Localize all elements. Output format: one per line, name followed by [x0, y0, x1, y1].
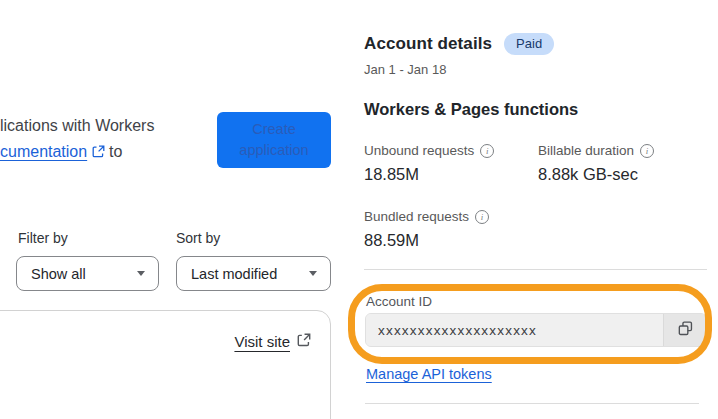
copy-button[interactable]	[663, 314, 706, 346]
divider	[364, 269, 707, 270]
filter-select-value: Show all	[31, 266, 86, 282]
intro-suffix: to	[109, 143, 122, 160]
account-details-header: Account details Paid	[364, 33, 554, 55]
account-id-field-group	[365, 313, 707, 347]
billable-duration-value: 8.88k GB-sec	[538, 165, 638, 184]
functions-section-title: Workers & Pages functions	[364, 100, 578, 119]
manage-api-tokens-link[interactable]: Manage API tokens	[366, 366, 492, 382]
divider	[365, 403, 699, 404]
unbound-requests-value: 18.85M	[364, 165, 419, 184]
external-link-icon	[92, 140, 105, 166]
intro-line-1: lications with Workers	[0, 113, 212, 139]
account-details-title: Account details	[364, 34, 492, 54]
stat-label-text: Bundled requests	[364, 209, 469, 224]
filter-select[interactable]: Show all	[16, 256, 159, 291]
stat-label-text: Unbound requests	[364, 143, 474, 158]
stat-label-text: Billable duration	[538, 143, 634, 158]
bundled-requests-label: Bundled requests i	[364, 209, 489, 224]
bundled-requests-value: 88.59M	[364, 231, 419, 250]
external-link-icon	[297, 333, 311, 350]
date-range: Jan 1 - Jan 18	[364, 62, 446, 77]
filter-by-label: Filter by	[18, 230, 68, 246]
chevron-down-icon	[137, 271, 145, 276]
unbound-requests-label: Unbound requests i	[364, 143, 494, 158]
sort-by-label: Sort by	[176, 230, 220, 246]
billable-duration-label: Billable duration i	[538, 143, 654, 158]
account-id-input[interactable]	[366, 314, 663, 346]
sort-select[interactable]: Last modified	[176, 256, 331, 291]
sort-select-value: Last modified	[191, 266, 277, 282]
info-icon[interactable]: i	[640, 144, 654, 158]
page: lications with Workers cumentation to Cr…	[0, 0, 718, 419]
intro-line-2: cumentation to	[0, 139, 212, 166]
visit-site-label: Visit site	[234, 333, 290, 350]
chevron-down-icon	[309, 271, 317, 276]
intro-text: lications with Workers cumentation to	[0, 113, 212, 166]
info-icon[interactable]: i	[475, 210, 489, 224]
visit-site-link[interactable]: Visit site	[234, 333, 311, 350]
account-details-panel: Account details Paid Jan 1 - Jan 18 Work…	[364, 0, 712, 419]
documentation-link[interactable]: cumentation	[0, 143, 87, 160]
plan-badge: Paid	[504, 33, 554, 55]
info-icon[interactable]: i	[480, 144, 494, 158]
copy-icon	[677, 320, 694, 340]
account-id-label: Account ID	[366, 294, 432, 309]
worker-card: Visit site	[0, 310, 331, 419]
create-application-button[interactable]: Create application	[217, 112, 331, 168]
